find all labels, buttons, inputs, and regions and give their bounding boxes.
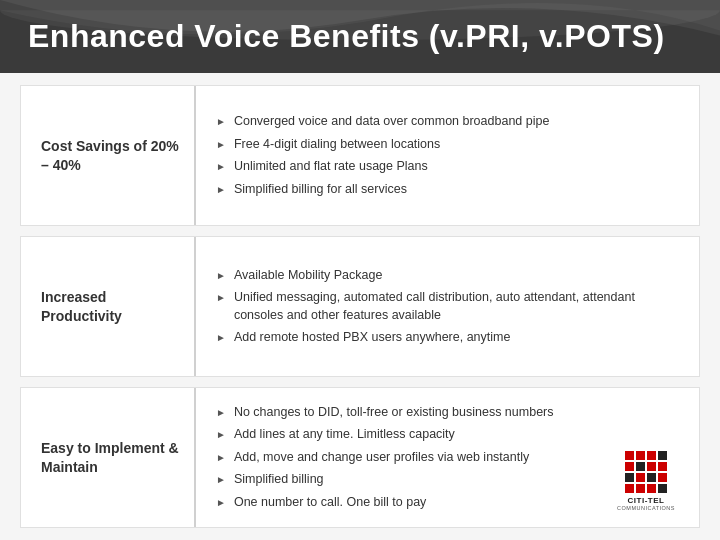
benefit-label-cost: Cost Savings of 20% – 40% bbox=[41, 137, 180, 175]
bullet-arrow-icon: ► bbox=[216, 331, 226, 345]
list-item: ► Converged voice and data over common b… bbox=[216, 113, 683, 131]
list-item: ► Available Mobility Package bbox=[216, 267, 683, 285]
list-item: ► No changes to DID, toll-free or existi… bbox=[216, 404, 683, 422]
page: Enhanced Voice Benefits (v.PRI, v.POTS) … bbox=[0, 0, 720, 540]
list-item: ► Add, move and change user profiles via… bbox=[216, 449, 683, 467]
bullet-text: Converged voice and data over common bro… bbox=[234, 113, 683, 131]
benefit-label-productivity: Increased Productivity bbox=[41, 288, 180, 326]
logo-cell bbox=[658, 473, 667, 482]
logo-subtitle: COMMUNICATIONS bbox=[617, 505, 675, 511]
bullet-text: Simplified billing for all services bbox=[234, 181, 683, 199]
bullet-arrow-icon: ► bbox=[216, 451, 226, 465]
list-item: ► One number to call. One bill to pay bbox=[216, 494, 683, 512]
logo-cell bbox=[625, 462, 634, 471]
logo-cell bbox=[647, 484, 656, 493]
benefit-row-cost: Cost Savings of 20% – 40% ► Converged vo… bbox=[20, 85, 700, 226]
bullet-arrow-icon: ► bbox=[216, 269, 226, 283]
bullet-text: Unlimited and flat rate usage Plans bbox=[234, 158, 683, 176]
bullet-text: One number to call. One bill to pay bbox=[234, 494, 683, 512]
bullet-arrow-icon: ► bbox=[216, 428, 226, 442]
logo-cell bbox=[658, 462, 667, 471]
benefit-label-cell-implement: Easy to Implement & Maintain bbox=[21, 388, 196, 527]
list-item: ► Unlimited and flat rate usage Plans bbox=[216, 158, 683, 176]
benefit-label-cell-productivity: Increased Productivity bbox=[21, 237, 196, 376]
header: Enhanced Voice Benefits (v.PRI, v.POTS) bbox=[0, 0, 720, 73]
bullet-text: Add remote hosted PBX users anywhere, an… bbox=[234, 329, 683, 347]
list-item: ► Simplified billing bbox=[216, 471, 683, 489]
list-item: ► Add lines at any time. Limitless capac… bbox=[216, 426, 683, 444]
bullet-arrow-icon: ► bbox=[216, 183, 226, 197]
bullet-arrow-icon: ► bbox=[216, 138, 226, 152]
benefit-label-cell-cost: Cost Savings of 20% – 40% bbox=[21, 86, 196, 225]
bullet-arrow-icon: ► bbox=[216, 115, 226, 129]
list-item: ► Free 4-digit dialing between locations bbox=[216, 136, 683, 154]
bullet-text: Free 4-digit dialing between locations bbox=[234, 136, 683, 154]
bullet-text: Add lines at any time. Limitless capacit… bbox=[234, 426, 683, 444]
benefit-bullets-cost: ► Converged voice and data over common b… bbox=[196, 86, 699, 225]
logo-area: CITI-TEL COMMUNICATIONS bbox=[617, 451, 675, 511]
logo-cell bbox=[636, 462, 645, 471]
list-item: ► Unified messaging, automated call dist… bbox=[216, 289, 683, 324]
bullet-arrow-icon: ► bbox=[216, 291, 226, 305]
bullet-text: Add, move and change user profiles via w… bbox=[234, 449, 683, 467]
benefit-label-implement: Easy to Implement & Maintain bbox=[41, 439, 180, 477]
benefit-row-productivity: Increased Productivity ► Available Mobil… bbox=[20, 236, 700, 377]
logo-cell bbox=[636, 473, 645, 482]
content-area: Cost Savings of 20% – 40% ► Converged vo… bbox=[0, 73, 720, 540]
bullet-arrow-icon: ► bbox=[216, 406, 226, 420]
logo-cell bbox=[647, 473, 656, 482]
list-item: ► Simplified billing for all services bbox=[216, 181, 683, 199]
bullet-text: Unified messaging, automated call distri… bbox=[234, 289, 683, 324]
bullet-arrow-icon: ► bbox=[216, 496, 226, 510]
bullet-arrow-icon: ► bbox=[216, 160, 226, 174]
logo-name: CITI-TEL bbox=[628, 496, 665, 505]
benefit-bullets-productivity: ► Available Mobility Package ► Unified m… bbox=[196, 237, 699, 376]
bullet-text: Available Mobility Package bbox=[234, 267, 683, 285]
bullet-text: No changes to DID, toll-free or existing… bbox=[234, 404, 683, 422]
logo-cell bbox=[636, 484, 645, 493]
logo-cell bbox=[658, 451, 667, 460]
page-title: Enhanced Voice Benefits (v.PRI, v.POTS) bbox=[28, 18, 665, 55]
logo-cell bbox=[636, 451, 645, 460]
logo-cell bbox=[625, 473, 634, 482]
logo-cell bbox=[625, 484, 634, 493]
logo-cell bbox=[647, 451, 656, 460]
bullet-arrow-icon: ► bbox=[216, 473, 226, 487]
logo-grid bbox=[625, 451, 667, 493]
bullet-text: Simplified billing bbox=[234, 471, 683, 489]
logo-cell bbox=[658, 484, 667, 493]
benefit-row-implement: Easy to Implement & Maintain ► No change… bbox=[20, 387, 700, 528]
logo-cell bbox=[625, 451, 634, 460]
logo-cell bbox=[647, 462, 656, 471]
list-item: ► Add remote hosted PBX users anywhere, … bbox=[216, 329, 683, 347]
